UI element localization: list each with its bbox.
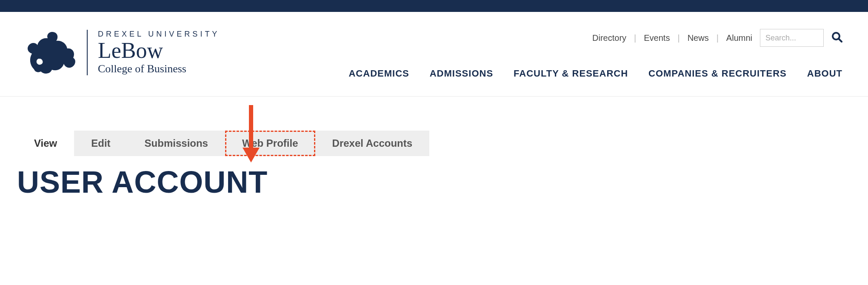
tab-web-profile[interactable]: Web Profile: [225, 131, 315, 156]
tab-drexel-accounts[interactable]: Drexel Accounts: [315, 131, 430, 156]
logo-university: DREXEL UNIVERSITY: [98, 30, 220, 39]
separator: |: [677, 33, 680, 43]
nav-directory[interactable]: Directory: [592, 33, 626, 43]
nav-about[interactable]: ABOUT: [807, 68, 842, 79]
logo-name: LeBow: [98, 40, 220, 62]
main-nav: ACADEMICS ADMISSIONS FACULTY & RESEARCH …: [348, 68, 842, 79]
tab-edit[interactable]: Edit: [74, 131, 127, 156]
tabs: View Edit Submissions Web Profile Drexel…: [17, 131, 851, 156]
content-area: View Edit Submissions Web Profile Drexel…: [0, 131, 868, 217]
page-title: USER ACCOUNT: [17, 165, 851, 200]
logo-subtitle: College of Business: [98, 63, 220, 75]
search-icon[interactable]: [831, 31, 842, 45]
dragon-icon: [26, 29, 77, 76]
tab-view[interactable]: View: [17, 131, 74, 156]
nav-events[interactable]: Events: [644, 33, 670, 43]
site-header: DREXEL UNIVERSITY LeBow College of Busin…: [0, 12, 868, 97]
header-right: Directory | Events | News | Alumni ACADE…: [348, 29, 842, 79]
logo[interactable]: DREXEL UNIVERSITY LeBow College of Busin…: [26, 29, 220, 76]
logo-text: DREXEL UNIVERSITY LeBow College of Busin…: [87, 30, 220, 75]
search-input[interactable]: [760, 29, 824, 47]
nav-academics[interactable]: ACADEMICS: [348, 68, 409, 79]
separator: |: [634, 33, 636, 43]
nav-news[interactable]: News: [688, 33, 709, 43]
svg-line-1: [839, 39, 842, 42]
nav-alumni[interactable]: Alumni: [726, 33, 752, 43]
nav-faculty-research[interactable]: FACULTY & RESEARCH: [514, 68, 628, 79]
nav-admissions[interactable]: ADMISSIONS: [430, 68, 493, 79]
nav-companies-recruiters[interactable]: COMPANIES & RECRUITERS: [648, 68, 787, 79]
separator: |: [717, 33, 719, 43]
top-bar: [0, 0, 868, 12]
utility-nav: Directory | Events | News | Alumni: [592, 29, 842, 47]
tab-submissions[interactable]: Submissions: [128, 131, 225, 156]
